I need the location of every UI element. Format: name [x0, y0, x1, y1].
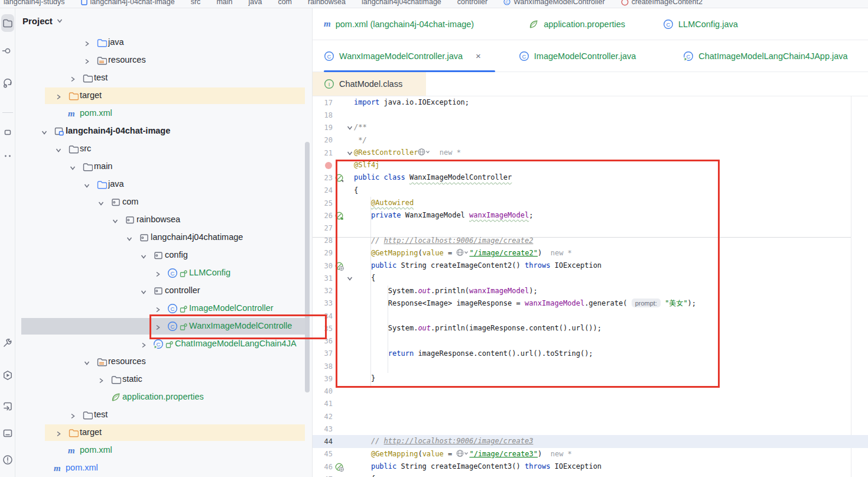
- breadcrumb-item[interactable]: java: [248, 0, 262, 8]
- build-tool-button[interactable]: [2, 337, 14, 349]
- close-tab-icon[interactable]: ×: [476, 51, 481, 61]
- chevron-down-icon[interactable]: [83, 358, 90, 365]
- chevron-down-icon: [56, 16, 63, 27]
- tree-row-java[interactable]: java: [15, 34, 313, 51]
- breadcrumb-item[interactable]: langchain4j04chatimage: [362, 0, 441, 8]
- editor-tab[interactable]: IChatModel.class: [313, 72, 426, 96]
- more-tool-windows-tool-button[interactable]: [2, 150, 14, 162]
- tree-row-langchain4j-04chat-image[interactable]: langchain4j-04chat-image: [15, 122, 313, 140]
- breadcrumb-label: langchain4j-studys: [4, 0, 65, 6]
- tree-row-application-properties[interactable]: application.properties: [15, 388, 313, 406]
- tab-label: LLMConfig.java: [678, 20, 738, 29]
- chevron-right-icon[interactable]: [154, 270, 161, 277]
- folder-java-icon: [96, 37, 107, 48]
- run-tool-button[interactable]: [2, 400, 14, 412]
- line-number: 18: [313, 111, 333, 119]
- breakpoint-icon[interactable]: [313, 161, 333, 170]
- version-control-tool-button[interactable]: [2, 77, 14, 89]
- chevron-down-icon[interactable]: [55, 145, 62, 152]
- chevron-right-icon[interactable]: [83, 39, 90, 46]
- editor-tab[interactable]: application.properties: [528, 8, 625, 40]
- fold-chevron-icon[interactable]: [346, 124, 354, 131]
- editor-tab[interactable]: CWanxImageModelController.java×: [324, 40, 495, 72]
- chevron-right-icon[interactable]: [83, 57, 90, 64]
- tree-row-target[interactable]: target: [15, 87, 313, 105]
- breadcrumb-item[interactable]: rainbowsea: [308, 0, 346, 8]
- breadcrumb-item[interactable]: langchain4j-studys: [4, 0, 65, 8]
- editor-tab[interactable]: CLLMConfig.java: [663, 8, 738, 40]
- tree-item-label: ChatImageModelLangChain4JA: [175, 339, 297, 348]
- project-panel-header[interactable]: Project: [22, 8, 63, 34]
- tree-row-static[interactable]: static: [15, 371, 313, 388]
- structure-tool-button[interactable]: [2, 126, 14, 138]
- breadcrumb: langchain4j-studyslangchain4j-04chat-ima…: [0, 0, 868, 8]
- tree-row-java[interactable]: java: [15, 176, 313, 193]
- chevron-down-icon[interactable]: [97, 199, 105, 206]
- code-token: String: [401, 462, 431, 470]
- tree-row-langchain4j04chatimage[interactable]: langchain4j04chatimage: [15, 229, 313, 246]
- tree-row-main[interactable]: main: [15, 158, 313, 176]
- chevron-down-icon[interactable]: [140, 252, 147, 259]
- tree-row-rainbowsea[interactable]: rainbowsea: [15, 211, 313, 229]
- code-token: throws: [525, 462, 555, 470]
- code-token: new *: [551, 450, 572, 458]
- tab-label: WanxImageModelController.java: [339, 51, 463, 61]
- bean-globe-gutter-icon[interactable]: [333, 462, 346, 472]
- commit-tool-button[interactable]: [2, 45, 14, 57]
- tree-row-pom-xml[interactable]: mpom.xml: [15, 442, 313, 459]
- editor-tab[interactable]: CChatImageModelLangChain4JApp.java: [683, 40, 847, 72]
- chevron-right-icon[interactable]: [140, 340, 147, 348]
- spring-file-icon: [528, 19, 539, 30]
- line-number: 24: [313, 186, 333, 194]
- tree-row-pom-xml[interactable]: mpom.xml: [15, 105, 313, 122]
- breadcrumb-item[interactable]: CWanxImageModelController: [503, 0, 604, 8]
- line-number: 19: [313, 124, 333, 132]
- chevron-right-icon[interactable]: [69, 74, 76, 82]
- tree-row-com[interactable]: com: [15, 193, 313, 211]
- breadcrumb-label: main: [216, 0, 232, 6]
- editor-tab[interactable]: mpom.xml (langchain4j-04chat-image): [324, 8, 474, 40]
- tree-row-resources[interactable]: resources: [15, 353, 313, 371]
- breadcrumb-item[interactable]: controller: [457, 0, 487, 8]
- breadcrumb-item[interactable]: createImageContent2: [621, 0, 703, 8]
- tree-row-config[interactable]: config: [15, 246, 313, 264]
- editor-tab[interactable]: CImageModelController.java: [519, 40, 636, 72]
- services-tool-button[interactable]: [2, 369, 14, 381]
- breadcrumb-item[interactable]: main: [216, 0, 232, 8]
- tree-row-test[interactable]: test: [15, 406, 313, 424]
- tree-row-pom-xml[interactable]: mpom.xml: [15, 459, 313, 477]
- code-token: createImageContent3: [431, 462, 512, 470]
- chevron-right-icon[interactable]: [69, 411, 76, 418]
- chevron-down-icon[interactable]: [41, 128, 48, 135]
- chevron-right-icon[interactable]: [55, 92, 62, 99]
- project-tree-scrollbar[interactable]: [305, 142, 310, 392]
- class-icon: C: [167, 268, 178, 278]
- problems-tool-button[interactable]: [2, 454, 14, 466]
- stripe-divider: [2, 112, 13, 113]
- chevron-down-icon[interactable]: [140, 287, 147, 294]
- fold-chevron-icon[interactable]: [346, 150, 354, 157]
- endpoint-globe-icon[interactable]: [456, 449, 469, 457]
- chevron-down-icon[interactable]: [83, 181, 90, 188]
- endpoint-globe-icon[interactable]: [418, 148, 431, 156]
- project-tool-button[interactable]: [1, 14, 14, 32]
- chevron-right-icon[interactable]: [97, 376, 105, 383]
- chevron-down-icon[interactable]: [69, 163, 76, 170]
- code-text: /**: [354, 121, 367, 134]
- chevron-down-icon[interactable]: [126, 234, 133, 241]
- tree-row-llmconfig[interactable]: CLLMConfig: [15, 264, 313, 282]
- tree-row-controller[interactable]: controller: [15, 282, 313, 300]
- breadcrumb-label: createImageContent2: [632, 0, 703, 6]
- chevron-right-icon[interactable]: [154, 305, 161, 312]
- tree-row-target[interactable]: target: [15, 424, 313, 442]
- tree-row-resources[interactable]: resources: [15, 51, 313, 69]
- interface-file-icon: I: [324, 79, 334, 89]
- tree-row-test[interactable]: test: [15, 69, 313, 87]
- terminal-tool-button[interactable]: [2, 427, 14, 439]
- chevron-right-icon[interactable]: [55, 429, 62, 436]
- chevron-down-icon[interactable]: [112, 216, 119, 223]
- breadcrumb-item[interactable]: com: [278, 0, 292, 8]
- tree-row-src[interactable]: src: [15, 140, 313, 158]
- breadcrumb-item[interactable]: src: [191, 0, 201, 8]
- breadcrumb-item[interactable]: langchain4j-04chat-image: [81, 0, 175, 8]
